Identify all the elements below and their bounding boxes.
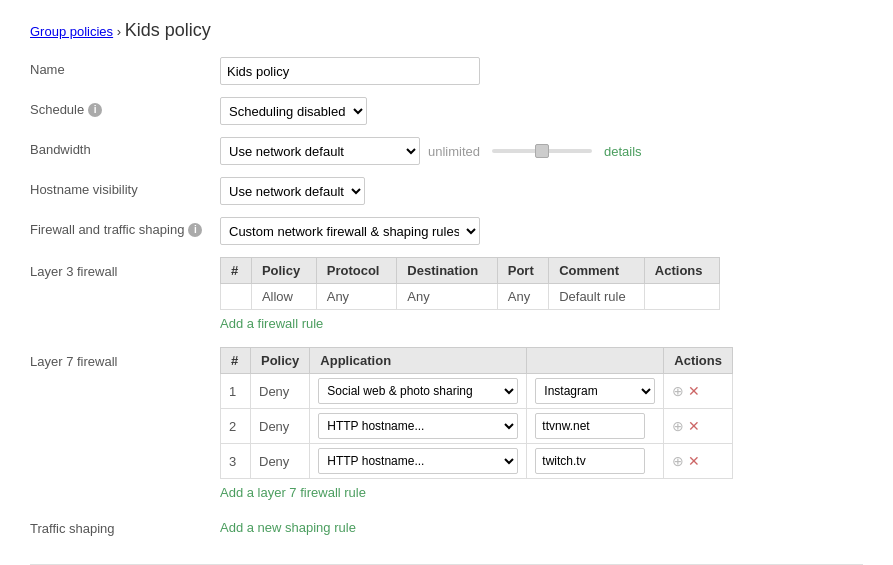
bandwidth-label: Bandwidth: [30, 137, 220, 157]
add-shaping-rule-link[interactable]: Add a new shaping rule: [220, 520, 356, 535]
schedule-select[interactable]: Scheduling disabled: [220, 97, 367, 125]
schedule-label: Schedule i: [30, 97, 220, 117]
firewall-shaping-label: Firewall and traffic shaping i: [30, 217, 220, 237]
l7-row3-actions: ⊕ ✕: [664, 444, 733, 479]
l7-row3-policy: Deny: [251, 444, 310, 479]
l7-row3-value-input[interactable]: [535, 448, 645, 474]
name-row: Name: [30, 57, 863, 85]
l7-row1-policy: Deny: [251, 374, 310, 409]
layer7-table: # Policy Application Actions 1 Deny: [220, 347, 733, 479]
l3-col-policy: Policy: [251, 258, 316, 284]
hostname-label: Hostname visibility: [30, 177, 220, 197]
table-row: Allow Any Any Any Default rule: [221, 284, 720, 310]
table-row: 2 Deny HTTP hostname... ⊕: [221, 409, 733, 444]
l3-actions-cell: [644, 284, 719, 310]
schedule-row: Schedule i Scheduling disabled: [30, 97, 863, 125]
l7-row1-app-select[interactable]: Social web & photo sharing: [318, 378, 518, 404]
l3-col-protocol: Protocol: [316, 258, 397, 284]
firewall-shaping-control: Custom network firewall & shaping rules: [220, 217, 863, 245]
row2-delete-icon[interactable]: ✕: [688, 418, 700, 434]
l3-col-actions: Actions: [644, 258, 719, 284]
name-input[interactable]: [220, 57, 480, 85]
l7-row1-num: 1: [221, 374, 251, 409]
slider-thumb: [535, 144, 549, 158]
l7-row2-value-cell: [527, 409, 664, 444]
row3-action-icons: ⊕ ✕: [672, 453, 724, 469]
row2-action-icons: ⊕ ✕: [672, 418, 724, 434]
details-link[interactable]: details: [604, 144, 642, 159]
table-row: 1 Deny Social web & photo sharing Instag…: [221, 374, 733, 409]
add-firewall-rule-link[interactable]: Add a firewall rule: [220, 316, 323, 331]
page-title: Kids policy: [125, 20, 211, 40]
layer7-row: Layer 7 firewall # Policy Application Ac…: [30, 347, 863, 500]
l7-row2-value-input[interactable]: [535, 413, 645, 439]
table-row: 3 Deny HTTP hostname... ⊕: [221, 444, 733, 479]
row2-drag-icon[interactable]: ⊕: [672, 418, 684, 434]
l7-row1-value-cell: Instagram: [527, 374, 664, 409]
l7-row2-policy: Deny: [251, 409, 310, 444]
traffic-shaping-label: Traffic shaping: [30, 516, 220, 536]
l7-row2-app-select[interactable]: HTTP hostname...: [318, 413, 518, 439]
firewall-shaping-select[interactable]: Custom network firewall & shaping rules: [220, 217, 480, 245]
bandwidth-slider[interactable]: [492, 149, 592, 153]
bandwidth-control: Use network default unlimited details: [220, 137, 863, 165]
l7-row3-num: 3: [221, 444, 251, 479]
l7-row3-value-cell: [527, 444, 664, 479]
name-control: [220, 57, 863, 85]
bandwidth-unlimited: unlimited: [428, 144, 480, 159]
layer7-label: Layer 7 firewall: [30, 347, 220, 369]
l3-col-num: #: [221, 258, 252, 284]
bandwidth-select[interactable]: Use network default: [220, 137, 420, 165]
firewall-shaping-row: Firewall and traffic shaping i Custom ne…: [30, 217, 863, 245]
layer7-tbody: 1 Deny Social web & photo sharing Instag…: [221, 374, 733, 479]
firewall-info-icon[interactable]: i: [188, 223, 202, 237]
name-label: Name: [30, 57, 220, 77]
l7-row2-app-cell: HTTP hostname...: [310, 409, 527, 444]
layer3-content: # Policy Protocol Destination Port Comme…: [220, 257, 863, 331]
l3-col-comment: Comment: [549, 258, 645, 284]
layer7-header-row: # Policy Application Actions: [221, 348, 733, 374]
l3-protocol: Any: [316, 284, 397, 310]
layer7-content: # Policy Application Actions 1 Deny: [220, 347, 863, 500]
add-layer7-rule-link[interactable]: Add a layer 7 firewall rule: [220, 485, 366, 500]
l7-row1-actions: ⊕ ✕: [664, 374, 733, 409]
layer3-tbody: Allow Any Any Any Default rule: [221, 284, 720, 310]
l7-col-value: [527, 348, 664, 374]
l3-comment: Default rule: [549, 284, 645, 310]
l7-row2-num: 2: [221, 409, 251, 444]
l7-col-policy: Policy: [251, 348, 310, 374]
breadcrumb-parent-link[interactable]: Group policies: [30, 24, 113, 39]
l7-row3-app-select[interactable]: HTTP hostname...: [318, 448, 518, 474]
l3-port: Any: [497, 284, 548, 310]
row3-drag-icon[interactable]: ⊕: [672, 453, 684, 469]
form-section: Name Schedule i Scheduling disabled Band…: [30, 57, 863, 544]
l3-destination: Any: [397, 284, 497, 310]
traffic-shaping-control: Add a new shaping rule: [220, 516, 863, 535]
layer3-table: # Policy Protocol Destination Port Comme…: [220, 257, 720, 310]
l7-row1-value-select[interactable]: Instagram: [535, 378, 655, 404]
hostname-row: Hostname visibility Use network default: [30, 177, 863, 205]
schedule-info-icon[interactable]: i: [88, 103, 102, 117]
schedule-control: Scheduling disabled: [220, 97, 863, 125]
l7-col-actions: Actions: [664, 348, 733, 374]
layer3-label: Layer 3 firewall: [30, 257, 220, 279]
l7-row3-app-cell: HTTP hostname...: [310, 444, 527, 479]
row1-drag-icon[interactable]: ⊕: [672, 383, 684, 399]
l7-row2-actions: ⊕ ✕: [664, 409, 733, 444]
hostname-control: Use network default: [220, 177, 863, 205]
l3-col-destination: Destination: [397, 258, 497, 284]
traffic-shaping-row: Traffic shaping Add a new shaping rule: [30, 516, 863, 544]
bandwidth-row: Bandwidth Use network default unlimited …: [30, 137, 863, 165]
l7-col-application: Application: [310, 348, 527, 374]
layer3-header-row: # Policy Protocol Destination Port Comme…: [221, 258, 720, 284]
layer3-row: Layer 3 firewall # Policy Protocol Desti…: [30, 257, 863, 331]
row1-action-icons: ⊕ ✕: [672, 383, 724, 399]
l7-row1-app-cell: Social web & photo sharing: [310, 374, 527, 409]
hostname-select[interactable]: Use network default: [220, 177, 365, 205]
l3-num: [221, 284, 252, 310]
breadcrumb-separator: ›: [117, 24, 121, 39]
row3-delete-icon[interactable]: ✕: [688, 453, 700, 469]
l3-policy: Allow: [251, 284, 316, 310]
l7-col-num: #: [221, 348, 251, 374]
row1-delete-icon[interactable]: ✕: [688, 383, 700, 399]
